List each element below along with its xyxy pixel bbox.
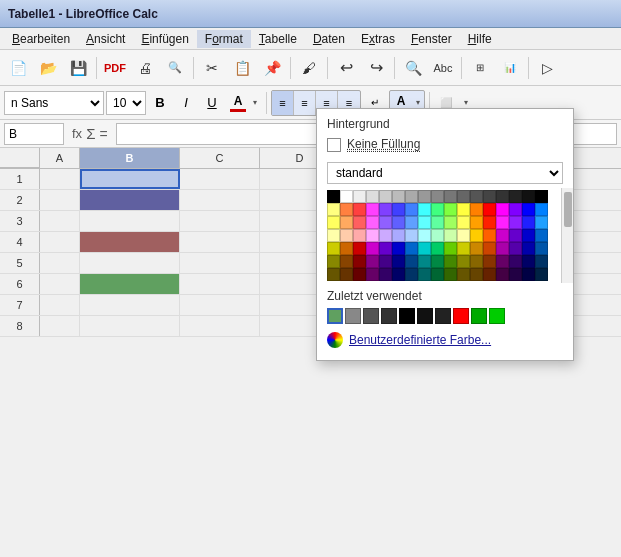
- color-swatch[interactable]: [353, 229, 366, 242]
- align-center-button[interactable]: ≡: [294, 91, 316, 115]
- color-swatch[interactable]: [366, 229, 379, 242]
- color-swatch[interactable]: [431, 190, 444, 203]
- color-swatch[interactable]: [431, 216, 444, 229]
- color-swatch[interactable]: [418, 255, 431, 268]
- cell-c3[interactable]: [180, 211, 260, 231]
- color-swatch[interactable]: [457, 268, 470, 281]
- italic-button[interactable]: I: [174, 91, 198, 115]
- color-swatch[interactable]: [353, 203, 366, 216]
- scrollbar-thumb[interactable]: [564, 192, 572, 227]
- color-swatch[interactable]: [470, 190, 483, 203]
- pdf-button[interactable]: PDF: [101, 54, 129, 82]
- menu-fenster[interactable]: Fenster: [403, 30, 460, 48]
- color-swatch[interactable]: [535, 203, 548, 216]
- color-swatch[interactable]: [379, 229, 392, 242]
- palette-select[interactable]: standard: [327, 162, 563, 184]
- color-swatch[interactable]: [496, 216, 509, 229]
- format-paint-button[interactable]: 🖌: [295, 54, 323, 82]
- cell-b5[interactable]: [80, 253, 180, 273]
- color-swatch[interactable]: [444, 255, 457, 268]
- color-swatch[interactable]: [496, 190, 509, 203]
- color-swatch[interactable]: [379, 268, 392, 281]
- cell-a7[interactable]: [40, 295, 80, 315]
- undo-button[interactable]: ↩: [332, 54, 360, 82]
- color-swatch[interactable]: [353, 242, 366, 255]
- col-header-a[interactable]: A: [40, 148, 80, 168]
- color-swatch[interactable]: [366, 190, 379, 203]
- color-swatch[interactable]: [405, 203, 418, 216]
- no-fill-checkbox[interactable]: [327, 138, 341, 152]
- scrollbar[interactable]: [561, 188, 573, 283]
- color-swatch[interactable]: [405, 229, 418, 242]
- cell-c7[interactable]: [180, 295, 260, 315]
- color-swatch[interactable]: [496, 229, 509, 242]
- color-swatch[interactable]: [496, 203, 509, 216]
- color-swatch[interactable]: [522, 268, 535, 281]
- cell-a5[interactable]: [40, 253, 80, 273]
- color-swatch[interactable]: [392, 242, 405, 255]
- color-swatch[interactable]: [444, 242, 457, 255]
- no-fill-row[interactable]: Keine Füllung: [317, 135, 573, 158]
- color-swatch[interactable]: [431, 255, 444, 268]
- custom-color-label[interactable]: Benutzerdefinierte Farbe...: [349, 333, 491, 347]
- color-swatch[interactable]: [470, 268, 483, 281]
- color-swatch[interactable]: [431, 203, 444, 216]
- color-swatch[interactable]: [522, 229, 535, 242]
- color-swatch[interactable]: [457, 242, 470, 255]
- no-fill-label[interactable]: Keine Füllung: [347, 137, 420, 152]
- spellcheck-button[interactable]: Abc: [429, 54, 457, 82]
- color-swatch[interactable]: [340, 203, 353, 216]
- cell-c6[interactable]: [180, 274, 260, 294]
- color-swatch[interactable]: [535, 242, 548, 255]
- color-swatch[interactable]: [444, 190, 457, 203]
- color-swatch[interactable]: [535, 190, 548, 203]
- color-swatch[interactable]: [327, 242, 340, 255]
- cell-c8[interactable]: [180, 316, 260, 336]
- redo-button[interactable]: ↪: [362, 54, 390, 82]
- color-swatch[interactable]: [535, 216, 548, 229]
- recent-color-swatch[interactable]: [417, 308, 433, 324]
- find-button[interactable]: 🔍: [399, 54, 427, 82]
- color-swatch[interactable]: [431, 242, 444, 255]
- color-swatch[interactable]: [483, 229, 496, 242]
- cell-b4[interactable]: [80, 232, 180, 252]
- align-left-button[interactable]: ≡: [272, 91, 294, 115]
- color-swatch[interactable]: [470, 229, 483, 242]
- cell-b3[interactable]: [80, 211, 180, 231]
- color-swatch[interactable]: [483, 216, 496, 229]
- color-swatch[interactable]: [509, 203, 522, 216]
- cell-a2[interactable]: [40, 190, 80, 210]
- color-swatch[interactable]: [496, 268, 509, 281]
- recent-color-swatch[interactable]: [327, 308, 343, 324]
- cell-c1[interactable]: [180, 169, 260, 189]
- color-swatch[interactable]: [470, 242, 483, 255]
- menu-ansicht[interactable]: Ansicht: [78, 30, 133, 48]
- underline-button[interactable]: U: [200, 91, 224, 115]
- color-swatch[interactable]: [483, 268, 496, 281]
- color-swatch[interactable]: [379, 216, 392, 229]
- color-swatch[interactable]: [340, 268, 353, 281]
- color-swatch[interactable]: [470, 255, 483, 268]
- menu-tabelle[interactable]: Tabelle: [251, 30, 305, 48]
- color-swatch[interactable]: [418, 203, 431, 216]
- color-swatch[interactable]: [444, 268, 457, 281]
- menu-bearbeiten[interactable]: Bearbeiten: [4, 30, 78, 48]
- color-swatch[interactable]: [457, 255, 470, 268]
- menu-extras[interactable]: Extras: [353, 30, 403, 48]
- color-swatch[interactable]: [522, 203, 535, 216]
- cell-c2[interactable]: [180, 190, 260, 210]
- color-swatch[interactable]: [535, 229, 548, 242]
- color-swatch[interactable]: [340, 229, 353, 242]
- more-button[interactable]: ▷: [533, 54, 561, 82]
- color-swatch[interactable]: [340, 255, 353, 268]
- color-swatch[interactable]: [327, 216, 340, 229]
- color-swatch[interactable]: [353, 255, 366, 268]
- recent-color-swatch[interactable]: [489, 308, 505, 324]
- copy-button[interactable]: 📋: [228, 54, 256, 82]
- paste-button[interactable]: 📌: [258, 54, 286, 82]
- color-swatch[interactable]: [353, 216, 366, 229]
- menu-format[interactable]: Format: [197, 30, 251, 48]
- color-swatch[interactable]: [327, 229, 340, 242]
- recent-color-swatch[interactable]: [363, 308, 379, 324]
- font-color-dropdown-arrow[interactable]: ▾: [249, 91, 261, 115]
